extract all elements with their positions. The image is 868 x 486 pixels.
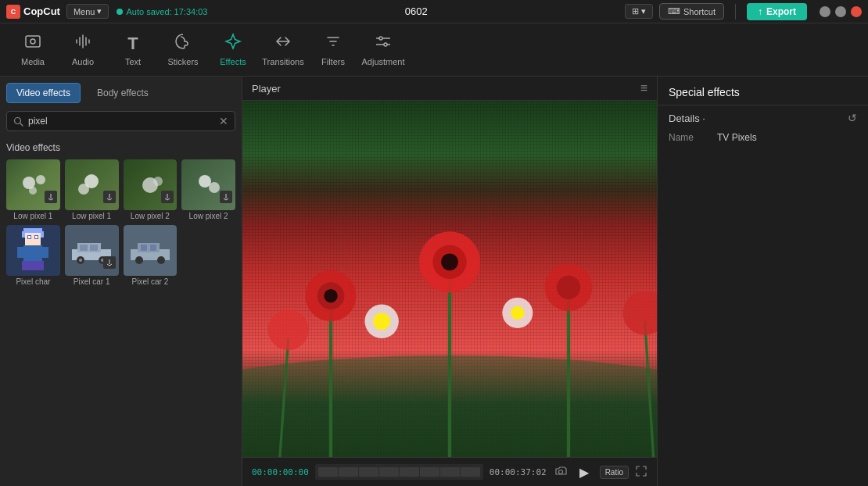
- effect-card-0[interactable]: Low pixel 1: [6, 159, 60, 220]
- tab-video-effects[interactable]: Video effects: [6, 83, 81, 103]
- nav-stickers-label: Stickers: [167, 57, 198, 66]
- details-title: Details: [669, 113, 705, 124]
- svg-point-6: [36, 175, 45, 184]
- player-menu-button[interactable]: ≡: [640, 81, 647, 95]
- app-name: CopCut: [23, 5, 60, 17]
- svg-point-60: [558, 470, 562, 473]
- svg-rect-16: [22, 231, 25, 238]
- nav-effects[interactable]: Effects: [208, 27, 258, 73]
- effect-card-2[interactable]: Low pixel 2: [124, 159, 178, 220]
- nav-transitions[interactable]: Transitions: [258, 27, 308, 73]
- svg-rect-37: [150, 245, 156, 251]
- center-panel: Player ≡: [242, 77, 657, 486]
- effect-card-3[interactable]: Low pixel 2: [181, 159, 235, 220]
- player-title: Player: [252, 83, 281, 95]
- nav-audio-label: Audio: [72, 57, 94, 66]
- download-icon-0: [45, 191, 57, 203]
- svg-rect-0: [26, 36, 40, 47]
- effect-name-0: Low pixel 1: [6, 212, 60, 220]
- refresh-button[interactable]: ↺: [848, 112, 857, 124]
- effect-name-5: Pixel car 1: [65, 277, 119, 286]
- svg-point-39: [157, 256, 165, 264]
- nav-adjustment[interactable]: Adjustment: [358, 27, 408, 73]
- ratio-button[interactable]: Ratio: [600, 466, 629, 479]
- grid-cell: [420, 467, 439, 477]
- top-bar-right: ⊞ ▾ ⌨ Shortcut ↑ Export: [625, 3, 862, 20]
- nav-effects-label: Effects: [220, 57, 246, 66]
- svg-point-2: [379, 37, 382, 40]
- svg-point-3: [384, 43, 387, 46]
- svg-rect-28: [80, 245, 88, 251]
- time-total: 00:00:37:02: [490, 467, 547, 477]
- search-clear-button[interactable]: ✕: [219, 115, 228, 127]
- grid-cell: [461, 467, 480, 477]
- grid-cell: [318, 467, 338, 477]
- text-icon: T: [127, 34, 138, 54]
- minimize-button[interactable]: [820, 6, 830, 17]
- effect-card-5[interactable]: Pixel car 1: [65, 225, 119, 286]
- svg-point-53: [268, 309, 309, 350]
- effects-section-title: Video effects: [6, 142, 235, 153]
- play-button[interactable]: ▶: [575, 463, 594, 481]
- effects-grid: Low pixel 1 Low pixel 1: [6, 159, 235, 286]
- effect-card-6[interactable]: Pixel car 2: [124, 225, 178, 286]
- nav-filters-label: Filters: [321, 57, 345, 66]
- menu-button[interactable]: Menu ▾: [66, 4, 109, 19]
- search-icon: [13, 116, 23, 127]
- download-icon-2: [161, 191, 174, 203]
- close-button[interactable]: [851, 6, 862, 17]
- timeline-mini[interactable]: [315, 464, 483, 480]
- nav-media[interactable]: Media: [8, 27, 58, 73]
- nav-transitions-label: Transitions: [262, 57, 303, 66]
- grid-cell: [339, 467, 358, 477]
- svg-point-13: [209, 182, 220, 193]
- effect-name-4: Pixel char: [6, 277, 60, 286]
- effect-name-6: Pixel car 2: [124, 277, 178, 286]
- svg-point-32: [79, 259, 82, 262]
- details-section: Details ↺ Name TV Pixels: [658, 105, 868, 149]
- detail-row: Name TV Pixels: [669, 132, 857, 143]
- export-button[interactable]: ↑ Export: [747, 3, 807, 20]
- svg-rect-23: [17, 247, 23, 258]
- svg-point-38: [135, 256, 143, 264]
- camera-button[interactable]: [553, 463, 569, 481]
- svg-point-59: [242, 356, 657, 457]
- effect-card-1[interactable]: Low pixel 1: [65, 159, 119, 220]
- audio-icon: [74, 33, 91, 54]
- svg-rect-36: [141, 245, 147, 251]
- effect-tabs: Video effects Body effects: [0, 77, 242, 106]
- tab-body-effects[interactable]: Body effects: [87, 83, 159, 103]
- search-input[interactable]: [28, 116, 214, 127]
- media-icon: [24, 33, 41, 54]
- divider: [735, 4, 736, 20]
- nav-stickers[interactable]: Stickers: [158, 27, 208, 73]
- nav-text-label: Text: [125, 57, 141, 66]
- logo-icon: C: [6, 5, 20, 19]
- download-icon-3: [220, 191, 232, 203]
- effects-icon: [224, 33, 242, 54]
- stickers-icon: [174, 33, 192, 54]
- svg-rect-29: [90, 245, 98, 251]
- top-bar: C CopCut Menu ▾ Auto saved: 17:34:03 060…: [0, 0, 868, 23]
- effect-name-2: Low pixel 2: [124, 212, 178, 220]
- fullscreen-button[interactable]: [635, 465, 647, 480]
- nav-audio[interactable]: Audio: [58, 27, 108, 73]
- effect-card-4[interactable]: Pixel char: [6, 225, 60, 286]
- nav-filters[interactable]: Filters: [308, 27, 358, 73]
- detail-name-label: Name: [669, 132, 708, 143]
- filters-icon: [325, 33, 342, 54]
- maximize-button[interactable]: [835, 6, 846, 17]
- nav-text[interactable]: T Text: [108, 27, 158, 73]
- svg-point-9: [78, 184, 89, 195]
- shortcut-button[interactable]: ⌨ Shortcut: [659, 3, 724, 20]
- search-bar: ✕: [0, 106, 242, 136]
- project-number: 0602: [207, 5, 625, 17]
- player-header: Player ≡: [242, 77, 657, 101]
- nav-adjustment-label: Adjustment: [361, 57, 404, 66]
- nav-media-label: Media: [21, 57, 45, 66]
- right-panel: Special effects Details ↺ Name TV Pixels: [657, 77, 868, 486]
- svg-rect-15: [23, 228, 42, 233]
- effects-content: Video effects Low pixel 1: [0, 136, 242, 486]
- player-controls: 00:00:00:00 00:00:37:02 ▶ Ratio: [242, 457, 657, 486]
- monitor-button[interactable]: ⊞ ▾: [625, 4, 653, 19]
